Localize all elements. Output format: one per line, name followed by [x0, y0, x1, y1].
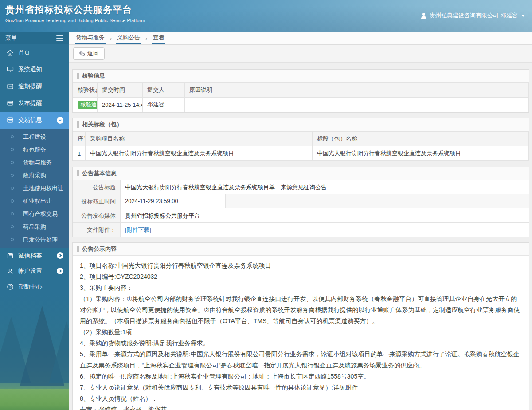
user-name: 贵州弘典建设咨询有限公司-邓廷容	[430, 12, 518, 20]
question-icon: ?	[6, 283, 14, 290]
folder-icon	[6, 100, 14, 107]
brand: 贵州省招标投标公共服务平台 GuiZhou Province Tendering…	[5, 4, 145, 25]
table-row: 1 中国光大银行贵阳分行春秋航空银企直连及票务系统项目 中国光大银行贵阳分行春秋…	[73, 146, 529, 161]
page-body: 核验信息 核验状态 提交时间 提交人 原因说明 核验通过 2024-11-25 …	[69, 63, 532, 410]
notice-line: 专家：张婷婷、张永环、熊华芬	[80, 404, 522, 410]
folder-icon	[6, 117, 14, 124]
hamburger-icon[interactable]	[56, 34, 63, 42]
packages-table: 序号 采购项目名称 标段（包）名称 1 中国光大银行贵阳分行春秋航空银企直连及票…	[73, 131, 529, 161]
breadcrumb-goods-services[interactable]: 货物与服务	[75, 32, 106, 44]
title-bar-marker	[77, 121, 79, 128]
col-index: 序号	[73, 132, 86, 146]
sidebar-item-publish-reminder[interactable]: 发布提醒	[0, 95, 69, 112]
breadcrumb-view[interactable]: 查看	[152, 32, 165, 44]
sidebar-item-label: 帮助中心	[18, 283, 42, 291]
col-submit-time: 提交时间	[98, 83, 143, 98]
transaction-submenu: 工程建设 特色服务 货物与服务 政府采购 土地使用权出让 矿业权出让 国有产权交…	[0, 129, 69, 248]
back-button-label: 返回	[87, 50, 99, 58]
field-label: 公告发布媒体	[73, 208, 121, 222]
sidebar-item-help-center[interactable]: ? 帮助中心	[0, 279, 69, 294]
title-bar-marker	[77, 73, 79, 79]
svg-text:?: ?	[9, 285, 11, 289]
package-name-cell: 中国光大银行贵阳分行春秋航空银企直连及票务系统项目	[313, 146, 529, 161]
verification-panel-title: 核验信息	[73, 70, 529, 82]
index-cell: 1	[73, 146, 86, 161]
sidebar-item-account-settings[interactable]: 帐户设置	[0, 263, 69, 279]
sidebar-item-transaction-info[interactable]: 交易信息	[0, 112, 69, 129]
field-row-attachment: 文件附件： [附件下载]	[73, 223, 529, 237]
packages-panel-title: 相关标段（包）	[73, 118, 529, 131]
publish-media-value: 贵州省招标投标公共服务平台	[121, 208, 529, 222]
sidebar-item-overdue-reminder[interactable]: 逾期提醒	[0, 78, 69, 95]
bid-deadline-value: 2024-11-29 23:59:00	[121, 194, 226, 208]
table-header-row: 核验状态 提交时间 提交人 原因说明	[73, 83, 529, 98]
field-row-bid-deadline: 投标截止时间 2024-11-29 23:59:00	[73, 194, 529, 208]
app-header: 贵州省招标投标公共服务平台 GuiZhou Province Tendering…	[0, 0, 532, 32]
notice-line: （1）采购内容：①将航空公司内部的财务管理系统针对我行银企直连接口进行开发、以便…	[80, 293, 522, 327]
breadcrumb: 货物与服务 › 采购公告 › 查看	[69, 32, 532, 45]
notice-title-value: 中国光大银行贵阳分行春秋航空银企直连及票务系统项目单一来源意见征询公告	[121, 180, 529, 194]
notice-line: 1、项目名称:中国光大银行贵阳分行春秋航空银企直连及票务系统项目	[80, 260, 522, 271]
basic-info-panel: 公告基本信息 公告标题 中国光大银行贵阳分行春秋航空银企直连及票务系统项目单一来…	[72, 167, 529, 237]
notice-line: 3、采购主要内容：	[80, 282, 522, 293]
chevron-down-icon	[57, 117, 63, 124]
submenu-item-project-construction[interactable]: 工程建设	[0, 130, 69, 143]
title-bar-marker	[77, 246, 79, 252]
submenu-item-state-property[interactable]: 国有产权交易	[0, 207, 69, 220]
submenu-item-drug-procurement[interactable]: 药品采购	[0, 220, 69, 233]
attachment-download-link[interactable]: [附件下载]	[125, 226, 151, 233]
sidebar-item-home[interactable]: 首页	[0, 44, 69, 61]
page-subtitle: GuiZhou Province Tendering and Bidding P…	[5, 18, 145, 25]
submit-time-cell: 2024-11-25 14:46	[98, 98, 143, 112]
toolbar: 返回	[69, 45, 532, 63]
table-header-row: 序号 采购项目名称 标段（包）名称	[73, 132, 529, 146]
chevron-right-icon	[57, 268, 63, 274]
col-submitter: 提交人	[143, 83, 185, 98]
user-icon	[421, 12, 427, 19]
notice-content-body: 1、项目名称:中国光大银行贵阳分行春秋航空银企直连及票务系统项目 2、项目编号:…	[73, 256, 529, 410]
sidebar-item-label: 交易信息	[18, 116, 42, 124]
submitter-cell: 邓廷容	[143, 98, 185, 112]
notice-line: （2）采购数量:1项	[80, 327, 522, 338]
col-reason: 原因说明	[185, 83, 529, 98]
submenu-item-government-procurement[interactable]: 政府采购	[0, 169, 69, 182]
notice-line: 8、专业人员情况（姓名）：	[80, 393, 522, 404]
sidebar-item-system-notice[interactable]: 系统通知	[0, 61, 69, 78]
breadcrumb-separator: ›	[145, 35, 147, 44]
sidebar-item-label: 诚信档案	[18, 252, 42, 260]
row-filler	[226, 194, 529, 208]
basic-info-panel-title: 公告基本信息	[73, 167, 529, 180]
submenu-item-published-notice-handling[interactable]: 已发公告处理	[0, 233, 69, 246]
menu-label: 菜单	[5, 34, 17, 42]
sidebar-item-label: 帐户设置	[18, 267, 42, 275]
sidebar-landscape-image	[0, 294, 69, 410]
back-button[interactable]: 返回	[73, 47, 105, 60]
notice-line: 4、采购的货物或服务说明:满足我行业务需求。	[80, 338, 522, 349]
field-row-notice-title: 公告标题 中国光大银行贵阳分行春秋航空银企直连及票务系统项目单一来源意见征询公告	[73, 180, 529, 194]
notice-line: 2、项目编号:GYZC2024032	[80, 271, 522, 282]
verification-table: 核验状态 提交时间 提交人 原因说明 核验通过 2024-11-25 14:46…	[73, 82, 529, 112]
field-label: 投标截止时间	[73, 194, 121, 208]
breadcrumb-separator: ›	[110, 35, 112, 44]
user-menu[interactable]: 贵州弘典建设咨询有限公司-邓廷容	[421, 12, 525, 20]
notice-line: 7、专业人员论证意见（对相关供应商因专利、专有技术等原因具有唯一性的具体论证意见…	[80, 382, 522, 393]
submenu-item-goods-services[interactable]: 货物与服务	[0, 156, 69, 169]
field-row-publish-media: 公告发布媒体 贵州省招标投标公共服务平台	[73, 208, 529, 223]
notice-line: 6、拟定的唯一供应商名称及地址:上海秋实企业管理有限公司；地址：上海市长宁区定西…	[80, 371, 522, 382]
field-label: 文件附件：	[73, 223, 121, 237]
submenu-item-mining-rights[interactable]: 矿业权出让	[0, 195, 69, 207]
reason-cell	[185, 98, 529, 112]
chevron-right-icon	[57, 252, 63, 259]
submenu-item-land-use-rights[interactable]: 土地使用权出让	[0, 182, 69, 195]
sidebar-item-label: 逾期提醒	[18, 82, 42, 90]
breadcrumb-procurement-notice[interactable]: 采购公告	[116, 32, 141, 44]
field-label: 公告标题	[73, 180, 121, 194]
submenu-item-special-services[interactable]: 特色服务	[0, 143, 69, 156]
notice-content-panel-title: 公告公示内容	[73, 243, 529, 256]
sidebar-item-credit-archive[interactable]: 诚信档案	[0, 248, 69, 263]
home-icon	[6, 49, 14, 57]
chevron-down-icon	[521, 15, 525, 17]
monitor-icon	[6, 66, 14, 74]
table-row: 核验通过 2024-11-25 14:46 邓廷容	[73, 98, 529, 112]
back-icon	[79, 51, 85, 56]
